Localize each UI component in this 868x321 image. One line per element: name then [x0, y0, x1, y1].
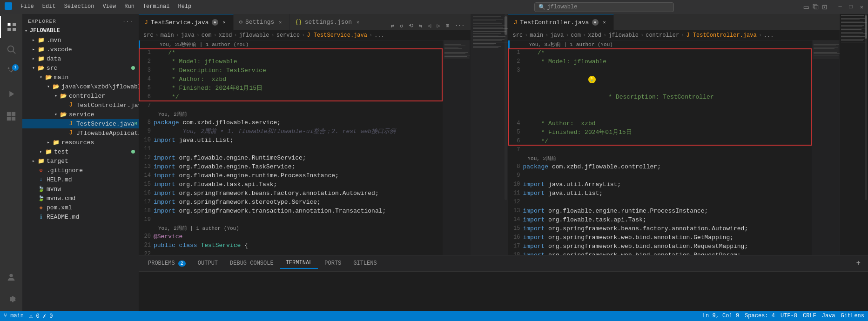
left-minimap: [443, 40, 471, 255]
menu-file[interactable]: File: [17, 2, 38, 12]
left-tab-settingsjson[interactable]: {} settings.json ✕: [289, 14, 367, 30]
settings-activity-icon[interactable]: [0, 288, 22, 311]
menu-help[interactable]: Help: [174, 2, 195, 12]
rcode-line-18: 18 import org.springframework.web.bind.a…: [508, 251, 812, 255]
testservice-tab-close[interactable]: ✕: [221, 19, 228, 26]
run-activity-icon[interactable]: [0, 83, 22, 105]
minimize-button[interactable]: ─: [838, 4, 841, 10]
panel-add-button[interactable]: +: [852, 259, 864, 268]
timeline-btn[interactable]: ⟲: [407, 21, 415, 30]
svg-rect-24: [473, 18, 498, 18]
tree-helpmd[interactable]: ↓ HELP.md: [22, 175, 139, 184]
center-gutter: [471, 14, 508, 255]
tree-service[interactable]: ▾ 📂 service: [22, 110, 139, 119]
layout-icon3[interactable]: ⊡: [822, 2, 828, 12]
menu-edit[interactable]: Edit: [39, 2, 60, 12]
tree-vscode[interactable]: ▸ 📁 .vscode: [22, 45, 139, 54]
test-dot-badge: [131, 150, 135, 154]
panel-tab-gitlens[interactable]: GITLENS: [348, 258, 382, 268]
close-button[interactable]: ✕: [860, 4, 863, 11]
tree-testcontroller[interactable]: J TestController.java M: [22, 100, 139, 110]
source-control-activity-icon[interactable]: 1: [0, 60, 22, 83]
target-arrow: ▸: [30, 157, 37, 165]
menu-selection[interactable]: Selection: [61, 2, 98, 12]
tree-src[interactable]: ▾ 📂 src: [22, 63, 139, 73]
layout-icon1[interactable]: ▭: [804, 2, 809, 12]
settingsjson-tab-close[interactable]: ✕: [355, 19, 361, 26]
explorer-activity-icon[interactable]: [0, 16, 22, 38]
layout-icon2[interactable]: ⧉: [813, 2, 819, 12]
panel-tab-bar: PROBLEMS 2 OUTPUT DEBUG CONSOLE TERMINAL…: [139, 255, 868, 272]
account-activity-icon[interactable]: [0, 266, 22, 288]
encoding[interactable]: UTF-8: [781, 313, 797, 319]
left-tab-settings[interactable]: ⚙ Settings ✕: [234, 14, 290, 30]
language-mode[interactable]: Java: [822, 313, 835, 319]
settings-tab-close[interactable]: ✕: [277, 19, 283, 26]
indent-setting[interactable]: Spaces: 4: [745, 313, 775, 319]
tree-mvnwcmd[interactable]: 🍃 mvnw.cmd: [22, 194, 139, 203]
tree-mvn[interactable]: ▸ 📁 .mvn: [22, 35, 139, 45]
svg-rect-60: [841, 17, 862, 17]
rcode-line-16: 16 import org.springframework.web.bind.a…: [508, 233, 812, 242]
pomxml-label: pom.xml: [47, 204, 72, 211]
menu-terminal[interactable]: Terminal: [139, 2, 174, 12]
svg-rect-65: [841, 24, 861, 24]
tree-gitignore[interactable]: ⊙ .gitignore: [22, 166, 139, 175]
svg-rect-5: [12, 112, 15, 116]
sidebar-more-icon[interactable]: ···: [122, 19, 133, 24]
left-tab-testservice[interactable]: J TestService.java ● ✕: [139, 14, 234, 30]
nav-prev-btn[interactable]: ◁: [426, 21, 433, 30]
tree-testservice[interactable]: J TestService.java M: [22, 119, 139, 128]
extensions-activity-icon[interactable]: [0, 105, 22, 127]
maximize-button[interactable]: □: [849, 4, 853, 10]
svg-rect-25: [473, 19, 503, 20]
cursor-position: Ln 9, Col 9: [702, 313, 739, 319]
more-btn[interactable]: ···: [453, 22, 467, 30]
bc-main: main: [161, 32, 174, 39]
menu-view[interactable]: View: [99, 2, 120, 12]
sync-btn[interactable]: ⇆: [417, 21, 424, 30]
tree-pomxml[interactable]: ◈ pom.xml: [22, 203, 139, 212]
tree-target[interactable]: ▸ 📁 target: [22, 156, 139, 166]
readmemd-label: README.md: [47, 214, 79, 221]
split-left-btn[interactable]: ⇄: [389, 21, 396, 30]
history-btn[interactable]: ↺: [398, 21, 405, 30]
tree-mvnw[interactable]: 🍃 mvnw: [22, 184, 139, 194]
panel-tab-ports[interactable]: PORTS: [319, 258, 347, 268]
rbc-com: com: [571, 32, 581, 39]
menu-run[interactable]: Run: [121, 2, 138, 12]
tree-resources[interactable]: ▸ 📁 resources: [22, 138, 139, 147]
vscode-arrow: ▸: [30, 46, 37, 53]
sidebar: EXPLORER ··· ▾ JFLOWABLE ▸ 📁 .mvn ▸ 📁 .v…: [22, 14, 139, 311]
svg-rect-64: [841, 22, 867, 23]
code-line-6: 6 */: [139, 93, 443, 101]
rcode-line-5: 5 * Finished: 2024年01月15日: [508, 128, 812, 137]
line-ending[interactable]: CRLF: [803, 313, 816, 319]
right-tab-testcontroller[interactable]: J TestController.java ● ✕: [508, 14, 614, 30]
search-box[interactable]: 🔍 jflowable: [534, 2, 674, 12]
gitlens-status[interactable]: GitLens: [841, 313, 864, 319]
tree-data[interactable]: ▸ 📁 data: [22, 54, 139, 63]
panel-tab-output[interactable]: OUTPUT: [192, 258, 223, 268]
tree-controller[interactable]: ▾ 📂 controller: [22, 91, 139, 100]
panel-tab-problems[interactable]: PROBLEMS 2: [142, 258, 191, 268]
tree-root[interactable]: ▾ JFLOWABLE: [22, 26, 139, 35]
tree-main[interactable]: ▾ 📂 main: [22, 73, 139, 82]
errors-count[interactable]: ⚠ 0 ✗ 0: [29, 313, 53, 320]
tree-test[interactable]: ▸ 📁 test: [22, 147, 139, 156]
bc-xzbd: xzbd: [219, 32, 232, 39]
testcontroller-tab-close[interactable]: ✕: [601, 19, 608, 26]
panel-tab-debug[interactable]: DEBUG CONSOLE: [224, 258, 279, 268]
panel-tab-terminal[interactable]: TERMINAL: [280, 258, 318, 269]
svg-rect-80: [865, 15, 867, 39]
tree-readmemd[interactable]: ℹ README.md: [22, 212, 139, 221]
resources-folder-icon: 📁: [52, 139, 60, 146]
tree-java[interactable]: ▾ 📂 java\com\xzbd\jflowable: [22, 82, 139, 91]
svg-rect-4: [7, 112, 11, 116]
search-activity-icon[interactable]: [0, 38, 22, 60]
git-branch[interactable]: ⑂ main: [4, 313, 24, 319]
tree-jflowableapp[interactable]: J JflowableApplication.java M: [22, 128, 139, 138]
nav-next-btn[interactable]: ▷: [435, 21, 442, 30]
left-editor-pane: J TestService.java ● ✕ ⚙ Settings ✕ {} s…: [139, 14, 471, 255]
split-right-btn[interactable]: ⊞: [444, 21, 451, 30]
